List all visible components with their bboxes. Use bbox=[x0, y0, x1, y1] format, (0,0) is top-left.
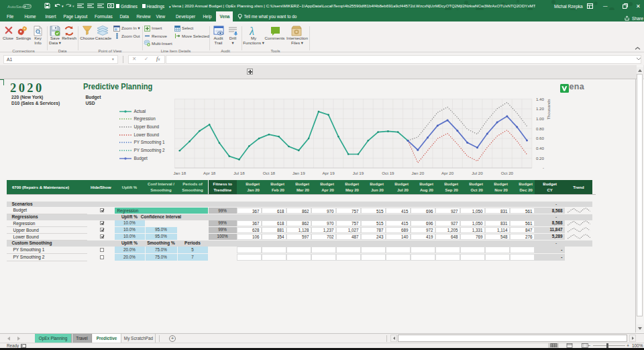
svg-text:Thousands: Thousands bbox=[546, 99, 551, 120]
svg-text:Jan 18: Jan 18 bbox=[174, 171, 186, 175]
svg-text:1.20: 1.20 bbox=[536, 106, 545, 111]
svg-text:0.40: 0.40 bbox=[536, 146, 545, 150]
svg-text:0.80: 0.80 bbox=[536, 126, 545, 131]
svg-text:-: - bbox=[543, 165, 544, 170]
svg-text:0.20: 0.20 bbox=[536, 156, 545, 161]
svg-text:Oct 18: Oct 18 bbox=[263, 171, 276, 175]
svg-text:Jul 19: Jul 19 bbox=[353, 171, 364, 175]
svg-text:Apr 20: Apr 20 bbox=[441, 171, 454, 175]
svg-text:Apr 19: Apr 19 bbox=[322, 171, 335, 175]
svg-text:0.60: 0.60 bbox=[536, 136, 545, 140]
svg-text:Oct 20: Oct 20 bbox=[501, 171, 514, 175]
svg-text:1.00: 1.00 bbox=[536, 116, 545, 121]
svg-text:Jul 20: Jul 20 bbox=[472, 171, 483, 175]
svg-text:Oct 19: Oct 19 bbox=[382, 171, 394, 175]
svg-text:Apr 18: Apr 18 bbox=[203, 171, 216, 175]
svg-text:Jan 20: Jan 20 bbox=[412, 171, 425, 175]
svg-text:Jul 18: Jul 18 bbox=[233, 171, 245, 175]
svg-text:Jan 19: Jan 19 bbox=[292, 171, 305, 175]
svg-text:1.40: 1.40 bbox=[536, 97, 545, 101]
